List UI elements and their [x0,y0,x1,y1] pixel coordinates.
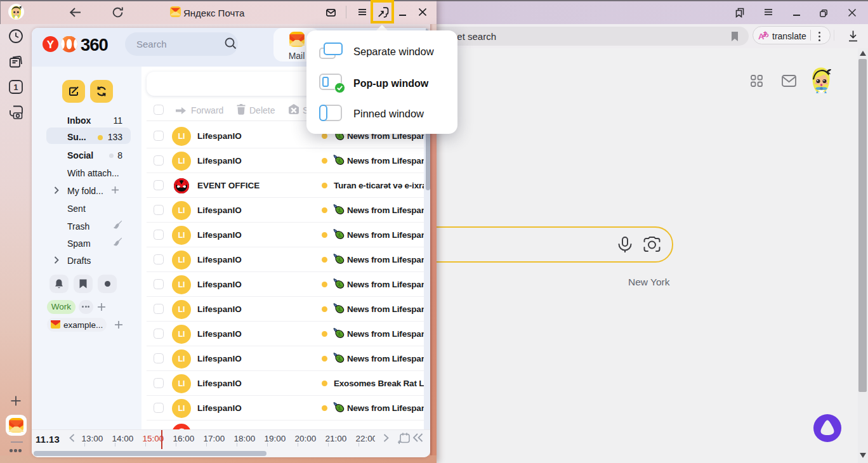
svg-text:1: 1 [14,83,18,92]
svg-text:Y: Y [47,39,55,51]
svg-text:360: 360 [81,36,109,53]
svg-text:あ: あ [763,30,769,37]
